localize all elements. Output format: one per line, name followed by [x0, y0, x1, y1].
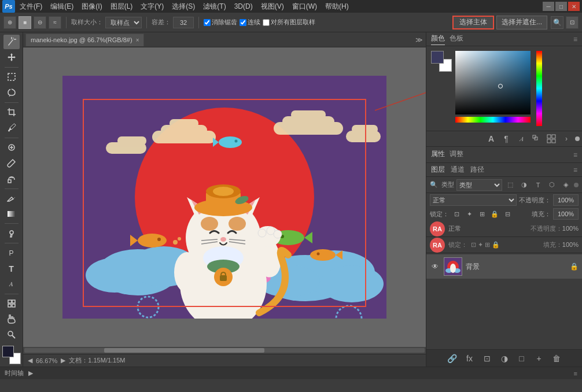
crop-tool[interactable]: [3, 105, 20, 120]
opacity-input[interactable]: [553, 194, 579, 206]
blend-mode-select[interactable]: 正常: [430, 194, 517, 206]
adjustment-layer-btn[interactable]: ◑: [498, 352, 511, 365]
menu-select[interactable]: 选择(S): [168, 1, 198, 13]
lock-position-btn[interactable]: ✦: [464, 209, 474, 219]
type-icon[interactable]: A: [485, 132, 498, 145]
add-mask-btn[interactable]: ⊡: [481, 352, 493, 365]
status-next-btn[interactable]: ▶: [61, 357, 65, 364]
adjustment-filter-btn[interactable]: ◑: [518, 179, 530, 191]
eraser-tool[interactable]: [3, 191, 20, 205]
search-button[interactable]: 🔍: [551, 16, 563, 29]
restore-button[interactable]: □: [555, 2, 567, 11]
new-group-btn[interactable]: □: [515, 352, 528, 365]
swatches-tab[interactable]: 色板: [450, 34, 463, 45]
zoom-tool[interactable]: [3, 328, 20, 342]
lock-pixel-btn[interactable]: ⊡: [451, 209, 462, 219]
dodge-tool[interactable]: [3, 226, 20, 241]
paths-tab[interactable]: 路径: [470, 165, 484, 175]
attrs-tab[interactable]: 属性: [431, 149, 445, 160]
tool-mode-btn1[interactable]: ⊕: [3, 16, 16, 29]
select-subject-button[interactable]: 选择主体: [452, 16, 494, 29]
menu-edit[interactable]: 编辑(E): [47, 1, 77, 13]
color-panel-menu[interactable]: ≡: [573, 35, 577, 43]
hand-tool[interactable]: [3, 312, 20, 327]
color-saturation-picker[interactable]: [455, 51, 531, 114]
tool-mode-btn2[interactable]: ■: [19, 16, 31, 29]
select-overlay-button[interactable]: 选择并遮住...: [496, 16, 547, 29]
menu-image[interactable]: 图像(I): [78, 1, 105, 13]
lock-artboard-btn[interactable]: ⊞: [477, 209, 487, 219]
status-prev-btn[interactable]: ◀: [28, 357, 32, 364]
link-layers-btn[interactable]: 🔗: [446, 352, 459, 365]
adjustments-tab[interactable]: 调整: [450, 149, 463, 160]
color-tab[interactable]: 颜色: [431, 34, 445, 45]
3d-type-icon[interactable]: [530, 132, 543, 145]
channels-tab[interactable]: 通道: [451, 165, 465, 175]
attrs-menu-icon[interactable]: ≡: [573, 151, 577, 159]
tool-mode-btn3[interactable]: ⊖: [34, 16, 46, 29]
anti-alias-checkbox[interactable]: [204, 19, 211, 26]
lock-move-btn[interactable]: 🔒: [489, 209, 500, 219]
all-layers-checkbox[interactable]: [263, 19, 270, 26]
delete-layer-btn[interactable]: 🗑: [550, 352, 563, 365]
canvas-viewport[interactable]: ○: [23, 47, 426, 347]
menu-3d[interactable]: 3D(D): [231, 1, 256, 12]
shape-filter-btn[interactable]: ⬡: [546, 179, 558, 191]
filter-toggle-dot[interactable]: [574, 183, 579, 187]
close-button[interactable]: ✕: [568, 2, 580, 11]
menu-layer[interactable]: 图层(L): [107, 1, 137, 13]
arrow-right-icon[interactable]: ›: [560, 132, 573, 145]
tolerance-input[interactable]: [173, 17, 194, 28]
sample-size-select[interactable]: 取样点: [105, 17, 142, 28]
paragraph-icon[interactable]: ¶: [500, 132, 513, 145]
layer-visibility-toggle[interactable]: 👁: [430, 262, 440, 271]
healing-brush-tool[interactable]: [3, 140, 20, 155]
smart-filter-btn[interactable]: ◈: [560, 179, 572, 191]
text-filter-btn[interactable]: T: [532, 179, 544, 191]
menu-text[interactable]: 文字(Y): [137, 1, 167, 13]
menu-help[interactable]: 帮助(H): [322, 1, 352, 13]
lasso-tool[interactable]: [3, 86, 20, 100]
timeline-menu-icon[interactable]: ≡: [574, 370, 577, 377]
foreground-swatch[interactable]: [431, 51, 444, 64]
add-effect-btn[interactable]: fx: [463, 352, 476, 365]
layers-tab[interactable]: 图层: [431, 165, 445, 175]
canvas-tab[interactable]: maneki-neko.jpg @ 66.7%(RGB/8#) ×: [25, 34, 144, 46]
hue-slider[interactable]: [455, 117, 531, 123]
path-selection-tool[interactable]: 𝐴: [3, 277, 20, 291]
lock-all-btn[interactable]: ⊟: [502, 209, 513, 219]
panel-toggle-btn[interactable]: ⊡: [566, 16, 579, 29]
menu-filter[interactable]: 滤镜(T): [200, 1, 229, 13]
warp-icon[interactable]: 𝐴: [515, 132, 528, 145]
eyedropper-tool[interactable]: [3, 121, 20, 135]
layer-item-background[interactable]: 👁 背景 🔒: [426, 254, 582, 279]
menu-view[interactable]: 视图(V): [257, 1, 288, 13]
menu-window[interactable]: 窗口(W): [289, 1, 321, 13]
move-tool[interactable]: [3, 50, 20, 65]
close-tab-button[interactable]: ×: [136, 37, 139, 43]
contiguous-checkbox[interactable]: [240, 19, 246, 26]
tool-mode-btn4[interactable]: ≈: [49, 16, 61, 29]
layers-menu-icon[interactable]: ≡: [573, 166, 577, 174]
panels-toggle[interactable]: ≫: [414, 35, 423, 45]
shape-tool[interactable]: [3, 297, 20, 311]
foreground-color-swatch[interactable]: [2, 346, 14, 357]
fill-input[interactable]: [553, 208, 579, 220]
magic-wand-tool[interactable]: [3, 35, 20, 49]
minimize-button[interactable]: ─: [543, 2, 554, 11]
new-layer-btn[interactable]: +: [533, 352, 546, 365]
h-scroll-thumb[interactable]: [104, 348, 264, 353]
text-tool[interactable]: T: [3, 261, 20, 276]
layers-type-select[interactable]: 类型: [456, 179, 502, 191]
menu-file[interactable]: 文件(F): [16, 1, 46, 13]
pen-tool[interactable]: P: [3, 246, 20, 260]
horizontal-scrollbar[interactable]: [23, 347, 426, 354]
clone-stamp-tool[interactable]: [3, 172, 20, 186]
timeline-expand-btn[interactable]: ▶: [28, 369, 33, 377]
spectrum-slider[interactable]: [536, 51, 542, 126]
gradient-tool[interactable]: [3, 206, 20, 221]
brush-tool[interactable]: [3, 156, 20, 171]
rectangular-marquee-tool[interactable]: [3, 70, 20, 84]
pixel-filter-btn[interactable]: ⬚: [504, 179, 516, 191]
grid-icon[interactable]: [545, 132, 558, 145]
